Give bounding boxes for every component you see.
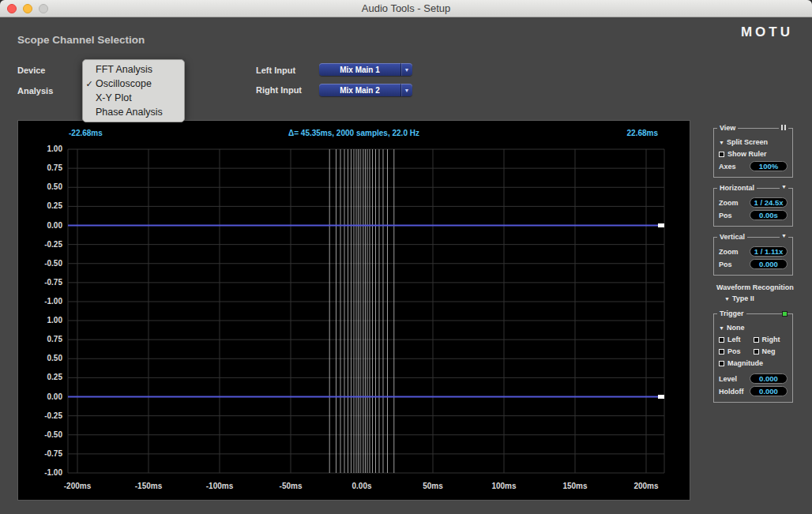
chevron-down-icon: ▼	[400, 84, 412, 96]
trigger-right-checkbox[interactable]	[754, 337, 759, 343]
trigger-neg-label: Neg	[762, 347, 776, 355]
trigger-magnitude-checkbox[interactable]	[719, 361, 724, 366]
horizontal-group: Horizontal ▼ Zoom 1 / 24.5x Pos 0.00s	[713, 188, 793, 227]
waveform-type-control[interactable]: ▼ Type II	[718, 294, 791, 303]
disclosure-triangle-icon: ▼	[719, 140, 724, 145]
left-input-label: Left Input	[256, 66, 295, 75]
horizontal-zoom-label: Zoom	[719, 199, 739, 207]
disclosure-triangle-icon[interactable]: ▼	[780, 184, 788, 189]
analysis-menu: FFT Analysis✓OscilloscopeX-Y PlotPhase A…	[82, 59, 185, 122]
trigger-magnitude-control: Magnitude	[719, 358, 788, 368]
vertical-group-title: Vertical	[717, 233, 747, 241]
trigger-level-label: Level	[719, 375, 737, 383]
analysis-label: Analysis	[17, 86, 53, 96]
chevron-down-icon: ▼	[400, 63, 412, 76]
trigger-level-value[interactable]: 0.000	[750, 373, 788, 384]
axes-control: Axes 100%	[719, 161, 788, 171]
waveform-type-label: Type II	[732, 295, 754, 302]
trigger-right-control: Right	[754, 336, 788, 343]
vertical-group: Vertical ▼ Zoom 1 / 1.11x Pos 0.000	[713, 237, 793, 276]
left-input-value: Mix Main 1	[319, 66, 400, 74]
waveform-recognition-title: Waveform Recognition	[716, 283, 793, 291]
trigger-slope-row: Pos Neg	[719, 347, 788, 356]
disclosure-triangle-icon: ▼	[719, 325, 724, 331]
horizontal-zoom-value[interactable]: 1 / 24.5x	[750, 197, 788, 208]
menu-item-x-y-plot[interactable]: X-Y Plot	[83, 91, 184, 105]
oscilloscope-display: -22.68ms Δ= 45.35ms, 2000 samples, 22.0 …	[17, 120, 690, 501]
control-panel: View ▼ Split Screen Show Ruler Axes 100%…	[713, 126, 793, 403]
window-title: Audio Tools - Setup	[0, 0, 812, 17]
right-input-value: Mix Main 2	[319, 86, 400, 95]
menu-item-phase-analysis[interactable]: Phase Analysis	[83, 105, 184, 119]
app-window: Audio Tools - Setup Scope Channel Select…	[0, 0, 812, 514]
horizontal-group-title: Horizontal	[717, 184, 757, 192]
trigger-neg-checkbox[interactable]	[754, 349, 759, 355]
split-screen-control[interactable]: ▼ Split Screen	[719, 137, 788, 147]
show-ruler-checkbox[interactable]	[719, 152, 724, 157]
show-ruler-label: Show Ruler	[727, 150, 767, 158]
trigger-pos-control: Pos	[719, 347, 754, 355]
trace-handle[interactable]	[658, 223, 664, 227]
trigger-holdoff-value[interactable]: 0.000	[750, 386, 788, 396]
menu-item-label: Oscilloscope	[96, 78, 152, 89]
checkmark-icon: ✓	[83, 79, 96, 89]
trigger-right-label: Right	[762, 336, 780, 343]
trigger-mode-label: None	[727, 324, 745, 332]
page-title: Scope Channel Selection	[17, 34, 145, 46]
fullscreen-button[interactable]	[39, 4, 48, 13]
horizontal-zoom-control: Zoom 1 / 24.5x	[719, 197, 788, 208]
menu-item-label: FFT Analysis	[96, 64, 152, 75]
vertical-pos-value[interactable]: 0.000	[750, 259, 788, 269]
trace-handle[interactable]	[658, 395, 664, 399]
trigger-holdoff-label: Holdoff	[719, 388, 744, 396]
view-group: View ▼ Split Screen Show Ruler Axes 100%	[713, 128, 793, 178]
vertical-zoom-label: Zoom	[719, 248, 739, 256]
trigger-left-checkbox[interactable]	[719, 337, 724, 343]
right-input-select[interactable]: Mix Main 2 ▼	[319, 84, 412, 96]
menu-item-oscilloscope[interactable]: ✓Oscilloscope	[83, 77, 184, 91]
trigger-channel-row: Left Right	[719, 335, 788, 344]
axes-value[interactable]: 100%	[750, 161, 788, 171]
menu-item-label: Phase Analysis	[96, 107, 163, 118]
horizontal-pos-value[interactable]: 0.00s	[750, 210, 788, 220]
motu-logo: MOTU	[741, 24, 793, 40]
delta-readout: Δ= 45.35ms, 2000 samples, 22.0 Hz	[18, 129, 690, 137]
trigger-pos-label: Pos	[727, 347, 741, 355]
trigger-mode-control[interactable]: ▼ None	[719, 323, 788, 332]
disclosure-triangle-icon: ▼	[724, 296, 730, 302]
menu-item-label: X-Y Plot	[96, 92, 132, 103]
vertical-zoom-control: Zoom 1 / 1.11x	[719, 246, 788, 257]
right-input-label: Right Input	[256, 85, 302, 95]
menu-item-fft-analysis[interactable]: FFT Analysis	[83, 62, 184, 77]
trigger-led-indicator	[782, 311, 788, 317]
waveform-recognition-section: Waveform Recognition ▼ Type II	[713, 283, 793, 303]
vertical-zoom-value[interactable]: 1 / 1.11x	[750, 246, 788, 257]
close-button[interactable]	[7, 4, 17, 13]
vertical-pos-label: Pos	[719, 261, 732, 268]
trigger-left-label: Left	[727, 336, 741, 343]
disclosure-triangle-icon[interactable]: ▼	[780, 233, 788, 238]
main-content: Scope Channel Selection MOTU Device Anal…	[0, 17, 812, 514]
panel-grip-icon[interactable]	[779, 125, 788, 130]
minimize-button[interactable]	[23, 4, 32, 13]
axes-label: Axes	[719, 163, 736, 171]
left-input-select[interactable]: Mix Main 1 ▼	[319, 63, 412, 76]
trigger-left-control: Left	[719, 336, 754, 343]
device-label: Device	[17, 66, 45, 75]
trigger-magnitude-label: Magnitude	[727, 359, 763, 367]
trigger-group-title: Trigger	[717, 310, 746, 317]
trigger-neg-control: Neg	[754, 347, 788, 355]
show-ruler-control: Show Ruler	[719, 149, 788, 159]
horizontal-pos-label: Pos	[719, 212, 732, 219]
trigger-holdoff-control: Holdoff 0.000	[719, 386, 788, 396]
horizontal-pos-control: Pos 0.00s	[719, 210, 788, 220]
trigger-pos-checkbox[interactable]	[719, 349, 724, 355]
right-time-readout: 22.68ms	[627, 129, 658, 137]
split-screen-label: Split Screen	[727, 138, 768, 146]
titlebar: Audio Tools - Setup	[0, 0, 812, 17]
scope-grid	[18, 121, 691, 501]
trigger-group: Trigger ▼ None Left Right	[713, 313, 793, 403]
vertical-pos-control: Pos 0.000	[719, 259, 788, 269]
trigger-level-control: Level 0.000	[719, 373, 788, 384]
view-group-title: View	[717, 124, 738, 132]
